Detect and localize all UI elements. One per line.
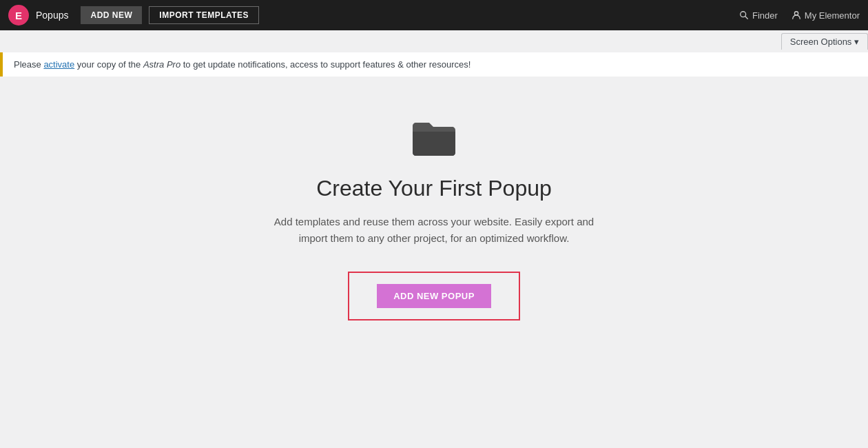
- elementor-logo-letter: E: [15, 10, 22, 21]
- svg-line-1: [745, 17, 748, 19]
- screen-options-button[interactable]: Screen Options ▾: [781, 33, 868, 50]
- notice-text: Please activate your copy of the Astra P…: [14, 59, 471, 70]
- main-content: Create Your First Popup Add templates an…: [0, 77, 868, 348]
- empty-state-title: Create Your First Popup: [316, 176, 552, 201]
- add-new-popup-button[interactable]: ADD NEW POPUP: [377, 284, 491, 308]
- empty-state-description: Add templates and reuse them across your…: [274, 214, 594, 247]
- user-icon: [792, 10, 801, 20]
- svg-point-2: [794, 12, 798, 15]
- screen-options-bar: Screen Options ▾: [0, 30, 868, 52]
- my-elementor-link[interactable]: My Elementor: [792, 10, 860, 21]
- add-popup-wrapper: ADD NEW POPUP: [348, 272, 520, 320]
- top-bar-right: Finder My Elementor: [739, 10, 860, 21]
- finder-link[interactable]: Finder: [739, 10, 778, 21]
- folder-svg: [410, 118, 458, 159]
- top-bar: E Popups ADD NEW IMPORT TEMPLATES Finder…: [0, 0, 868, 30]
- import-templates-button[interactable]: IMPORT TEMPLATES: [149, 6, 259, 24]
- search-icon: [739, 10, 749, 20]
- elementor-logo: E: [8, 5, 29, 26]
- page-title: Popups: [36, 10, 68, 21]
- notice-bar: Please activate your copy of the Astra P…: [0, 52, 868, 77]
- activate-link[interactable]: activate: [43, 59, 74, 70]
- add-new-button[interactable]: ADD NEW: [81, 6, 142, 24]
- folder-icon: [410, 118, 458, 162]
